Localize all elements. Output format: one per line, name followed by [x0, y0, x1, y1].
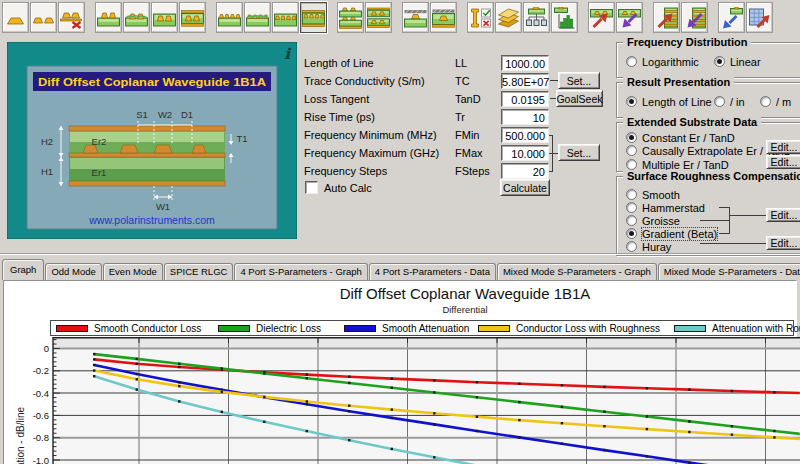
frequency-steps-input[interactable]: 20	[501, 163, 549, 179]
radio-circle-icon	[714, 96, 725, 107]
toolbar-button-import-values[interactable]	[718, 2, 745, 33]
radio-label: Gradient (Beta)	[642, 228, 717, 240]
radio-circle-icon	[626, 215, 637, 226]
connector-line	[700, 220, 730, 221]
toolbar-button-excel-export[interactable]	[746, 2, 773, 33]
hatched-ground-stripline-icon	[431, 7, 456, 29]
radio-hammerstad[interactable]: Hammerstad	[626, 201, 705, 214]
set-frequency-button[interactable]: Set...	[558, 144, 600, 161]
structure-browser-icon	[524, 7, 549, 29]
group-title: Surface Roughness Compensation	[623, 170, 800, 182]
connector-line	[719, 233, 729, 234]
radio-linear[interactable]: Linear	[714, 55, 761, 68]
surface-microstrip-icon	[3, 7, 28, 29]
toolbar-button-diff-coated-microstrip[interactable]	[123, 2, 150, 33]
toolbar-button-diff-surface-microstrip[interactable]	[95, 2, 122, 33]
toolbar-button-diff-coplanar-embedded[interactable]	[272, 2, 299, 33]
toolbar-button-microstrip-pair-removed[interactable]	[58, 2, 85, 33]
toolbar-button-sensitivity-analysis[interactable]	[551, 2, 578, 33]
diff-embedded-microstrip-icon	[152, 7, 177, 29]
length-of-line-input[interactable]: 1000.00	[501, 55, 549, 71]
tab-graph[interactable]: Graph	[2, 259, 44, 280]
toolbar-button-surface-microstrip[interactable]	[2, 2, 29, 33]
rise-time-input[interactable]: 10	[501, 109, 549, 125]
tab-even-mode[interactable]: Even Mode	[103, 263, 163, 280]
radio-label: Hammerstad	[642, 202, 705, 214]
frequency-minimum-input[interactable]: 500.000	[501, 127, 549, 143]
trace-conductivity-input[interactable]: 5.80E+07	[501, 73, 549, 89]
radio-label: Groisse	[642, 215, 680, 227]
goalseek-button[interactable]: GoalSeek	[556, 90, 603, 107]
legend-label: Smooth Conductor Loss	[94, 323, 201, 334]
radio-constant-er-tand[interactable]: Constant Er / TanD	[626, 131, 735, 144]
toolbar-button-view-3d[interactable]	[495, 2, 522, 33]
toolbar-button-tolerance-analysis[interactable]	[467, 2, 494, 33]
microstrip-pair-icon	[31, 7, 56, 29]
radio-circle-icon	[626, 56, 637, 67]
toolbar-button-copy-stack-out[interactable]	[653, 2, 680, 33]
loss-tangent-input[interactable]: 0.0195	[501, 91, 549, 107]
svg-text:-0.4: -0.4	[33, 388, 49, 399]
toolbar-button-paste-structure-in[interactable]	[616, 2, 643, 33]
radio-circle-icon	[626, 189, 637, 200]
toolbar-button-diff-coplanar-surface[interactable]	[216, 2, 243, 33]
toolbar-button-broadside-coupled-a[interactable]	[337, 2, 364, 33]
connector-line	[719, 207, 729, 208]
edit-multiple-button[interactable]: Edit...	[766, 155, 800, 169]
legend-smooth-conductor-loss: Smooth Conductor Loss	[56, 322, 201, 335]
toolbar-button-broadside-coupled-b[interactable]	[365, 2, 392, 33]
legend-label: Smooth Attenuation	[382, 323, 469, 334]
toolbar-button-microstrip-pair[interactable]	[30, 2, 57, 33]
radio-label: Constant Er / TanD	[642, 132, 735, 144]
toolbar-button-diff-embedded-microstrip[interactable]	[151, 2, 178, 33]
svg-text:0: 0	[44, 343, 49, 354]
legend-swatch-icon	[344, 325, 376, 332]
radio-per-inch[interactable]: / in	[714, 95, 745, 108]
toolbar-button-diff-stripline[interactable]	[179, 2, 206, 33]
radio-circle-icon	[626, 228, 637, 239]
tab-mixed-mode-sparams-data[interactable]: Mixed Mode S-Parameters - Data	[658, 263, 800, 280]
legend-label: Conductor Loss with Roughness	[516, 323, 660, 334]
toolbar-button-diff-offset-coplanar-stripline[interactable]	[300, 2, 327, 33]
tab-odd-mode[interactable]: Odd Mode	[45, 263, 101, 280]
auto-calc-checkbox[interactable]	[305, 181, 318, 194]
website-link[interactable]: www.polarinstruments.com	[88, 214, 215, 226]
radio-label: Linear	[730, 56, 761, 68]
calculate-button[interactable]: Calculate	[500, 179, 550, 196]
toolbar-button-paste-stack-in[interactable]	[681, 2, 708, 33]
dim-d1: D1	[181, 109, 193, 120]
dim-er1: Er1	[92, 167, 107, 178]
toolbar-button-copy-structure-out[interactable]	[588, 2, 615, 33]
radio-length-of-line[interactable]: Length of Line	[626, 95, 712, 108]
toolbar-button-hatched-ground-microstrip[interactable]	[402, 2, 429, 33]
set-conductivity-button[interactable]: Set...	[558, 72, 600, 89]
dim-h1: H1	[41, 166, 53, 177]
field-label-frequency-steps: Frequency Steps	[304, 165, 387, 177]
edit-roughness-button[interactable]: Edit...	[766, 208, 800, 222]
code-FSteps: FSteps	[455, 165, 490, 177]
radio-per-metre[interactable]: / m	[760, 95, 791, 108]
radio-logarithmic[interactable]: Logarithmic	[626, 55, 699, 68]
radio-huray[interactable]: Huray	[626, 240, 671, 253]
code-FMin: FMin	[455, 129, 479, 141]
field-label-trace-conductivity: Trace Conductivity (S/m)	[304, 75, 425, 87]
legend-swatch-icon	[478, 325, 510, 332]
tab-4port-sparams-graph[interactable]: 4 Port S-Parameters - Graph	[234, 263, 367, 280]
edit-huray-button[interactable]: Edit...	[766, 236, 800, 250]
radio-groisse[interactable]: Groisse	[626, 214, 680, 227]
legend-label: Dielectric Loss	[256, 323, 321, 334]
radio-label: Smooth	[642, 189, 680, 201]
field-label-length-of-line: Length of Line	[304, 57, 374, 69]
tab-4port-sparams-data[interactable]: 4 Port S-Parameters - Data	[369, 263, 496, 280]
radio-gradient-beta[interactable]: Gradient (Beta)	[626, 227, 717, 240]
frequency-maximum-input[interactable]: 10.000	[501, 145, 549, 161]
tab-spice-rlgc[interactable]: SPICE RLGC	[164, 263, 234, 280]
edit-causally-button[interactable]: Edit...	[766, 140, 800, 154]
group-title: Frequency Distribution	[623, 36, 751, 48]
structure-preview-image: i Diff Offset Coplanar Waveguide 1B1A	[7, 42, 297, 239]
toolbar-button-hatched-ground-stripline[interactable]	[430, 2, 457, 33]
radio-smooth[interactable]: Smooth	[626, 188, 680, 201]
toolbar-button-structure-browser[interactable]	[523, 2, 550, 33]
toolbar-button-diff-coplanar-coated[interactable]	[244, 2, 271, 33]
tab-mixed-mode-sparams-graph[interactable]: Mixed Mode S-Parameters - Graph	[497, 263, 657, 280]
